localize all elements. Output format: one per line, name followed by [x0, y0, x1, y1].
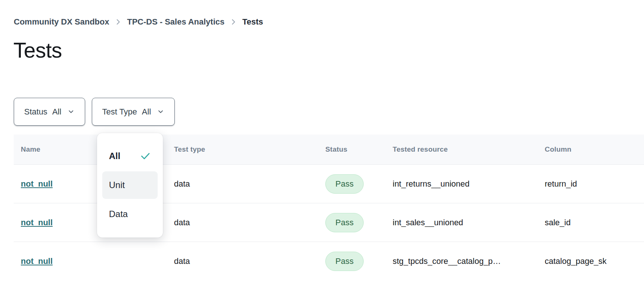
filter-bar: Status All Test Type All — [14, 98, 175, 126]
chevron-right-icon — [115, 18, 121, 26]
test-name-link[interactable]: not_null — [21, 179, 53, 189]
menu-item-label: All — [109, 151, 120, 161]
check-icon — [140, 151, 151, 161]
test-type-filter-value: All — [142, 107, 151, 117]
tested-resource-cell: int_sales__unioned — [386, 218, 538, 227]
status-filter-value: All — [52, 107, 61, 117]
test-type-filter-label: Test Type — [102, 107, 137, 117]
column-header-status: Status — [318, 145, 386, 154]
chevron-down-icon — [157, 109, 164, 114]
menu-item-all[interactable]: All — [102, 142, 158, 170]
status-badge: Pass — [325, 213, 364, 232]
menu-item-label: Unit — [109, 180, 125, 190]
breadcrumb-item-workspace[interactable]: Community DX Sandbox — [14, 17, 109, 27]
status-filter-label: Status — [24, 107, 47, 117]
test-type-dropdown-menu: All Unit Data — [97, 133, 163, 238]
status-filter-button[interactable]: Status All — [14, 98, 85, 126]
test-type-cell: data — [167, 256, 318, 266]
test-type-filter-button[interactable]: Test Type All — [92, 98, 175, 126]
menu-item-data[interactable]: Data — [102, 200, 158, 228]
chevron-down-icon — [67, 109, 75, 114]
menu-item-label: Data — [109, 209, 128, 219]
test-name-link[interactable]: not_null — [21, 256, 53, 266]
tested-resource-cell: stg_tpcds_core__catalog_p… — [386, 256, 538, 266]
column-header-column: Column — [538, 145, 644, 154]
breadcrumb-item-current: Tests — [242, 17, 263, 27]
column-cell: return_id — [538, 179, 644, 189]
breadcrumb-item-project[interactable]: TPC-DS - Sales Analytics — [127, 17, 225, 27]
chevron-right-icon — [231, 18, 236, 26]
column-cell: catalog_page_sk — [538, 256, 644, 266]
breadcrumb: Community DX Sandbox TPC-DS - Sales Anal… — [14, 17, 263, 27]
table-row: not_null data Pass stg_tpcds_core__catal… — [14, 242, 644, 281]
status-badge: Pass — [325, 174, 364, 194]
test-type-cell: data — [167, 218, 318, 227]
tested-resource-cell: int_returns__unioned — [386, 179, 538, 189]
column-header-test-type: Test type — [167, 145, 318, 154]
test-name-link[interactable]: not_null — [21, 218, 53, 227]
test-type-cell: data — [167, 179, 318, 189]
column-cell: sale_id — [538, 218, 644, 227]
menu-item-unit[interactable]: Unit — [102, 171, 158, 199]
page-title: Tests — [13, 38, 62, 62]
column-header-tested-resource: Tested resource — [386, 145, 538, 154]
status-badge: Pass — [325, 252, 364, 271]
